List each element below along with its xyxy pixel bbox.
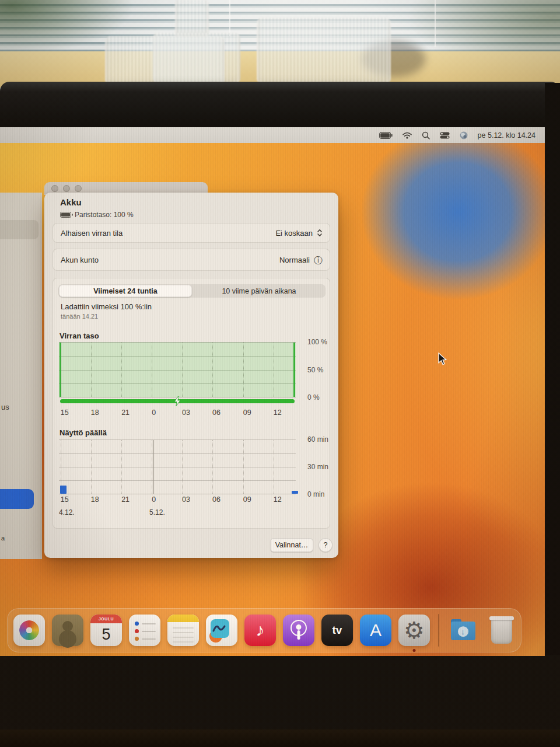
grid-line <box>121 343 122 397</box>
grid-line <box>243 440 244 494</box>
mouse-cursor <box>438 352 448 369</box>
last-charged-text: Ladattiin viimeksi 100 %:iin <box>61 302 152 311</box>
help-button[interactable]: ? <box>318 538 332 552</box>
trash-icon <box>491 618 512 644</box>
dock-item-contacts[interactable] <box>52 615 83 646</box>
battery-status-row: Paristotaso: 100 % <box>60 211 134 219</box>
menu-bar-clock[interactable]: pe 5.12. klo 14.24 <box>478 131 536 139</box>
running-indicator <box>413 649 416 652</box>
search-icon[interactable] <box>422 131 430 139</box>
x-tick-label: 12 <box>274 495 282 504</box>
y-tick-label: 60 min <box>307 435 328 444</box>
chart-right-edge <box>293 343 295 397</box>
calendar-month-label: JOULU <box>90 615 122 623</box>
dock-item-notes[interactable] <box>167 615 199 646</box>
dock: JOULU 5 ♪ tv A ⚙ <box>7 608 522 652</box>
grid-line <box>152 343 152 397</box>
battery-level-x-axis: 151821003060912 <box>59 409 296 418</box>
x-tick-label: 06 <box>212 495 220 504</box>
music-note-icon: ♪ <box>256 620 265 640</box>
battery-level-icon <box>60 212 71 218</box>
low-power-select[interactable]: Ei koskaan <box>275 228 323 238</box>
grid-line <box>212 440 213 494</box>
day-labels: 4.12.5.12. <box>59 508 296 518</box>
contacts-icon <box>62 621 73 631</box>
battery-health-label: Akun kunto <box>61 256 99 264</box>
drinking-glass-right <box>257 18 391 84</box>
low-power-value: Ei koskaan <box>275 229 313 238</box>
tab-last-24-hours[interactable]: Viimeiset 24 tuntia <box>59 285 192 297</box>
drinking-glass-left <box>105 36 225 85</box>
blind-cord <box>229 0 230 36</box>
y-tick-label: 0 % <box>307 393 320 402</box>
y-tick-label: 0 min <box>307 490 324 498</box>
screen-on-bar <box>60 486 66 494</box>
x-tick-label: 18 <box>91 495 99 504</box>
download-arrow-icon: ↓ <box>458 626 468 637</box>
dock-item-podcasts[interactable] <box>283 615 314 646</box>
menu-bar: pe 5.12. klo 14.24 <box>0 127 545 143</box>
close-icon[interactable] <box>51 185 58 192</box>
grid-line <box>61 343 61 397</box>
x-tick-label: 18 <box>91 409 99 417</box>
dock-item-downloads[interactable]: ↓ <box>447 615 479 646</box>
background-sidebar-fragment: us a <box>0 193 42 559</box>
x-tick-label: 0 <box>152 495 156 504</box>
x-tick-label: 09 <box>243 409 251 417</box>
blind-cord <box>435 0 436 47</box>
macos-desktop: pe 5.12. klo 14.24 us a Akku Paristotaso… <box>0 127 545 656</box>
dock-item-system-settings[interactable]: ⚙ <box>398 615 430 646</box>
x-tick-label: 03 <box>182 409 190 417</box>
dock-item-reminders[interactable] <box>129 615 160 646</box>
dock-item-freeform[interactable] <box>206 615 237 646</box>
grid-line <box>121 440 122 494</box>
wifi-icon[interactable] <box>402 132 412 139</box>
grid-line <box>212 343 213 397</box>
battery-level-y-axis: 100 %50 %0 % <box>307 342 342 397</box>
grid-line <box>274 440 274 494</box>
notes-icon <box>167 615 199 622</box>
sidebar-selected-item[interactable] <box>0 220 38 239</box>
battery-usage-section: Viimeiset 24 tuntia 10 viime päivän aika… <box>52 278 330 529</box>
gear-icon: ⚙ <box>404 619 425 642</box>
desk-surface <box>0 729 560 747</box>
x-tick-label: 06 <box>212 409 220 417</box>
siri-icon[interactable] <box>460 131 468 139</box>
x-tick-label: 12 <box>274 409 282 417</box>
laptop-top-bezel <box>0 82 560 128</box>
sidebar-blue-button[interactable] <box>0 489 34 509</box>
y-tick-label: 100 % <box>307 338 327 346</box>
battery-status-text: Paristotaso: 100 % <box>75 211 134 219</box>
dock-item-calendar[interactable]: JOULU 5 <box>90 615 122 646</box>
grid-line <box>152 440 152 494</box>
calendar-day-label: 5 <box>90 623 122 646</box>
options-button[interactable]: Valinnat… <box>270 538 313 552</box>
screen-on-chart <box>59 439 296 494</box>
time-range-segmented-control: Viimeiset 24 tuntia 10 viime päivän aika… <box>58 284 326 298</box>
tab-last-10-days[interactable]: 10 viime päivän aikana <box>192 284 326 298</box>
dock-item-appletv[interactable]: tv <box>321 615 353 646</box>
zoom-icon[interactable] <box>75 185 82 192</box>
dock-item-music[interactable]: ♪ <box>244 615 276 646</box>
control-center-icon[interactable] <box>440 132 450 139</box>
day-label: 5.12. <box>149 508 165 516</box>
x-tick-label: 0 <box>152 409 156 417</box>
grid-line <box>91 440 92 494</box>
low-power-label: Alhaisen virran tila <box>61 229 123 238</box>
info-icon[interactable]: ⓘ <box>314 256 323 264</box>
dock-item-appstore[interactable]: A <box>360 615 391 646</box>
dock-divider <box>438 614 439 647</box>
stepper-chevrons-icon <box>317 228 323 238</box>
grid-line <box>274 343 274 397</box>
dock-item-trash[interactable] <box>486 615 517 646</box>
x-tick-label: 15 <box>61 409 69 417</box>
dock-item-photos[interactable] <box>13 615 45 646</box>
battery-icon[interactable] <box>379 132 393 139</box>
x-tick-label: 15 <box>61 495 69 504</box>
minimize-icon[interactable] <box>63 185 70 192</box>
grid-line <box>182 343 183 397</box>
appstore-icon: A <box>370 620 382 640</box>
last-charged-time: tänään 14.21 <box>61 313 98 320</box>
low-power-mode-row: Alhaisen virran tila Ei koskaan <box>52 223 330 243</box>
photos-icon <box>19 620 39 640</box>
